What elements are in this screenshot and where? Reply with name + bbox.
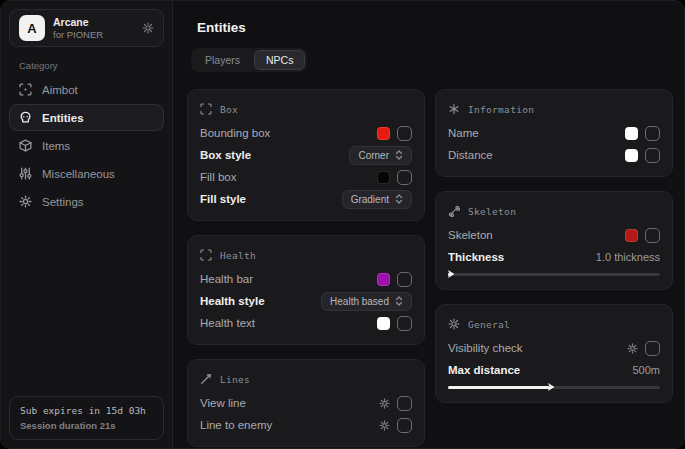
row-box-style: Box style Corner — [200, 144, 412, 166]
row-label: Fill style — [200, 193, 246, 205]
sidebar-nav: Aimbot Entities Items Miscellaneous — [9, 76, 164, 215]
row-view-line: View line — [200, 392, 412, 414]
health-bar-checkbox[interactable] — [397, 272, 412, 287]
sun-icon — [448, 318, 460, 330]
asterisk-icon — [448, 103, 460, 115]
visibility-check-checkbox[interactable] — [645, 341, 660, 356]
unfold-icon — [395, 150, 403, 160]
color-swatch[interactable] — [377, 127, 390, 140]
card-general: General Visibility check Max distance — [435, 304, 673, 403]
card-lines-header: Lines — [200, 370, 412, 388]
tab-bar: Players NPCs — [191, 48, 307, 72]
card-health-header: Health — [200, 246, 412, 264]
card-skeleton: Skeleton Skeleton Thickness 1.0 thicknes… — [435, 191, 673, 290]
thickness-slider[interactable] — [448, 269, 660, 279]
entities-icon — [19, 111, 32, 124]
row-line-to-enemy: Line to enemy — [200, 414, 412, 436]
distance-checkbox[interactable] — [645, 148, 660, 163]
unfold-icon — [395, 296, 403, 306]
row-label: Health text — [200, 317, 255, 329]
color-swatch[interactable] — [377, 171, 390, 184]
row-label: Distance — [448, 149, 493, 161]
health-text-checkbox[interactable] — [397, 316, 412, 331]
crosshair-icon — [19, 83, 32, 96]
color-swatch[interactable] — [377, 273, 390, 286]
sidebar-item-aimbot[interactable]: Aimbot — [9, 76, 164, 103]
row-label: Health bar — [200, 273, 253, 285]
dropdown-value: Corner — [358, 150, 389, 161]
page-title: Entities — [197, 20, 673, 35]
app-window: A Arcane for PIONER Category Aimbot — [0, 0, 685, 449]
tab-npcs[interactable]: NPCs — [254, 50, 305, 70]
sidebar-item-label: Settings — [42, 196, 84, 208]
row-thickness: Thickness 1.0 thickness — [448, 246, 660, 268]
app-logo: A — [19, 15, 45, 41]
gear-icon[interactable] — [142, 22, 154, 34]
row-name: Name — [448, 122, 660, 144]
sidebar-item-miscellaneous[interactable]: Miscellaneous — [9, 160, 164, 187]
sidebar: A Arcane for PIONER Category Aimbot — [1, 1, 173, 448]
line-to-enemy-checkbox[interactable] — [397, 418, 412, 433]
slider-thumb[interactable] — [547, 383, 555, 392]
app-title: Arcane — [53, 16, 103, 28]
tab-players[interactable]: Players — [193, 50, 252, 70]
package-icon — [19, 139, 32, 152]
slider-fill — [448, 273, 450, 276]
card-title: Skeleton — [468, 206, 516, 217]
name-checkbox[interactable] — [645, 126, 660, 141]
color-swatch[interactable] — [377, 317, 390, 330]
logo-card: A Arcane for PIONER — [9, 9, 164, 47]
health-style-dropdown[interactable]: Health based — [321, 292, 412, 311]
category-label: Category — [19, 60, 164, 71]
card-general-header: General — [448, 315, 660, 333]
diagonal-line-icon — [200, 373, 212, 385]
gear-icon — [19, 195, 32, 208]
card-title: General — [468, 319, 510, 330]
card-lines: Lines View line Line to enemy — [187, 359, 425, 447]
dropdown-value: Gradient — [351, 194, 389, 205]
sidebar-item-label: Aimbot — [42, 84, 78, 96]
bounding-box-checkbox[interactable] — [397, 126, 412, 141]
row-label: Bounding box — [200, 127, 270, 139]
color-swatch[interactable] — [625, 149, 638, 162]
slider-track[interactable] — [448, 273, 660, 276]
sidebar-item-items[interactable]: Items — [9, 132, 164, 159]
card-skeleton-header: Skeleton — [448, 202, 660, 220]
thickness-value: 1.0 thickness — [596, 251, 660, 263]
bone-icon — [448, 205, 460, 217]
skeleton-checkbox[interactable] — [645, 228, 660, 243]
fill-style-dropdown[interactable]: Gradient — [342, 190, 412, 209]
view-line-checkbox[interactable] — [397, 396, 412, 411]
row-label: Skeleton — [448, 229, 493, 241]
left-column: Box Bounding box Box style Corner — [187, 89, 425, 447]
row-label: View line — [200, 397, 246, 409]
logo-text: Arcane for PIONER — [53, 16, 103, 40]
color-swatch[interactable] — [625, 229, 638, 242]
row-visibility-check: Visibility check — [448, 337, 660, 359]
option-gear-icon[interactable] — [379, 398, 390, 409]
cards-grid: Box Bounding box Box style Corner — [187, 89, 673, 447]
option-gear-icon[interactable] — [627, 343, 638, 354]
slider-track[interactable] — [448, 386, 660, 389]
row-skeleton: Skeleton — [448, 224, 660, 246]
card-title: Lines — [220, 374, 250, 385]
corner-brackets-icon — [200, 249, 212, 261]
row-max-distance: Max distance 500m — [448, 359, 660, 381]
sidebar-item-entities[interactable]: Entities — [9, 104, 164, 131]
color-swatch[interactable] — [625, 127, 638, 140]
row-health-bar: Health bar — [200, 268, 412, 290]
card-box: Box Bounding box Box style Corner — [187, 89, 425, 221]
box-style-dropdown[interactable]: Corner — [349, 146, 412, 165]
option-gear-icon[interactable] — [379, 420, 390, 431]
fill-box-checkbox[interactable] — [397, 170, 412, 185]
row-label: Fill box — [200, 171, 236, 183]
session-duration-text: Session duration 21s — [20, 420, 153, 431]
sidebar-item-label: Items — [42, 140, 70, 152]
main-panel: Entities Players NPCs Box Bounding box — [173, 1, 685, 448]
row-fill-style: Fill style Gradient — [200, 188, 412, 210]
corner-brackets-icon — [200, 103, 212, 115]
card-health: Health Health bar Health style Health ba… — [187, 235, 425, 345]
max-distance-slider[interactable] — [448, 382, 660, 392]
slider-thumb[interactable] — [447, 270, 455, 279]
sidebar-item-settings[interactable]: Settings — [9, 188, 164, 215]
